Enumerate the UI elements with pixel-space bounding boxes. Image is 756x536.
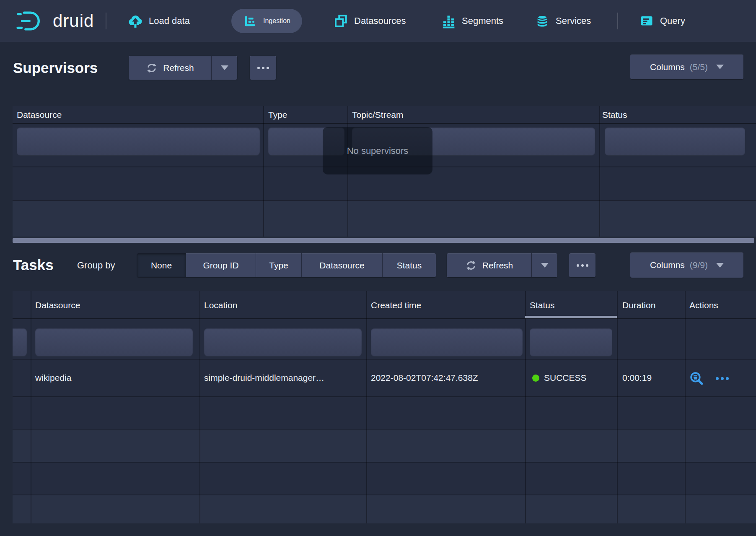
refresh-dropdown-button[interactable] bbox=[531, 253, 557, 277]
inspect-task-icon[interactable] bbox=[689, 371, 704, 386]
row-border bbox=[13, 462, 756, 463]
filter-input-status[interactable] bbox=[530, 328, 612, 356]
chevron-down-icon bbox=[716, 263, 724, 268]
group-by-segmented-control: None Group ID Type Datasource Status bbox=[137, 253, 436, 277]
chevron-down-icon bbox=[716, 65, 724, 69]
zebra-stripe bbox=[13, 494, 756, 523]
column-separator bbox=[599, 106, 600, 237]
col-header-duration[interactable]: Duration bbox=[622, 300, 655, 310]
nav-divider bbox=[617, 13, 618, 29]
database-icon bbox=[535, 13, 550, 29]
segments-chart-icon bbox=[441, 13, 456, 29]
col-header-datasource[interactable]: Datasource bbox=[35, 300, 80, 310]
nav-item-label: Datasources bbox=[354, 16, 406, 26]
col-header-datasource[interactable]: Datasource bbox=[17, 110, 62, 120]
columns-label: Columns bbox=[650, 62, 685, 72]
column-separator bbox=[263, 106, 264, 237]
header-border bbox=[13, 123, 756, 124]
nav-item-load-data[interactable]: Load data bbox=[128, 0, 190, 42]
supervisors-more-button[interactable] bbox=[250, 56, 276, 80]
filter-input-datasource[interactable] bbox=[17, 127, 260, 155]
tasks-title: Tasks bbox=[13, 255, 54, 275]
filter-input-location[interactable] bbox=[204, 328, 362, 356]
task-actions-menu-icon[interactable] bbox=[716, 377, 729, 380]
cell-actions bbox=[689, 370, 729, 386]
column-separator bbox=[685, 291, 686, 523]
cell-location: simple-druid-middlemanager… bbox=[204, 359, 324, 396]
tasks-refresh-split: Refresh bbox=[447, 253, 557, 277]
row-border bbox=[13, 200, 756, 201]
zebra-stripe bbox=[13, 429, 756, 462]
refresh-label: Refresh bbox=[482, 260, 513, 271]
group-option-status[interactable]: Status bbox=[382, 253, 436, 277]
empty-state-overlay: No supervisors bbox=[323, 127, 432, 174]
nav-item-label: Query bbox=[660, 16, 685, 26]
druid-logo-icon bbox=[16, 9, 48, 33]
nav-item-services[interactable]: Services bbox=[535, 0, 591, 42]
row-border bbox=[13, 494, 756, 495]
supervisors-refresh-split: Refresh bbox=[129, 56, 237, 80]
group-option-datasource[interactable]: Datasource bbox=[301, 253, 382, 277]
group-option-group-id[interactable]: Group ID bbox=[186, 253, 256, 277]
nav-item-label: Services bbox=[556, 16, 591, 26]
col-header-topic-stream[interactable]: Topic/Stream bbox=[352, 110, 404, 120]
horizontal-scrollbar[interactable] bbox=[13, 238, 754, 243]
cell-duration: 0:00:19 bbox=[622, 359, 652, 396]
filter-input-created-time[interactable] bbox=[371, 328, 523, 356]
nav-item-segments[interactable]: Segments bbox=[441, 0, 503, 42]
layers-icon bbox=[333, 13, 348, 29]
nav-item-ingestion[interactable]: Ingestion bbox=[231, 9, 302, 33]
row-border bbox=[13, 396, 756, 397]
col-header-created-time[interactable]: Created time bbox=[371, 300, 421, 310]
column-separator bbox=[31, 291, 31, 523]
group-option-none[interactable]: None bbox=[137, 253, 186, 277]
nav-item-query[interactable]: Query bbox=[639, 0, 685, 42]
nav-item-datasources[interactable]: Datasources bbox=[333, 0, 406, 42]
col-header-type[interactable]: Type bbox=[268, 110, 287, 120]
col-header-status[interactable]: Status bbox=[530, 300, 555, 310]
status-text: SUCCESS bbox=[544, 373, 587, 382]
refresh-icon bbox=[146, 62, 158, 74]
more-icon bbox=[577, 264, 588, 267]
col-header-location[interactable]: Location bbox=[204, 300, 237, 310]
tasks-more-button[interactable] bbox=[569, 253, 595, 277]
header-border bbox=[13, 318, 756, 319]
tasks-columns-button[interactable]: Columns (9/9) bbox=[630, 252, 743, 278]
columns-label: Columns bbox=[650, 260, 685, 270]
supervisors-table: Datasource Type Topic/Stream Status No s… bbox=[13, 106, 756, 237]
nav-item-label: Ingestion bbox=[263, 17, 290, 25]
query-editor-icon bbox=[639, 13, 654, 29]
top-nav: druid Load data Ingestion bbox=[0, 0, 756, 42]
tasks-table: Datasource Location Created time Status … bbox=[13, 291, 756, 523]
ingestion-bars-icon bbox=[243, 14, 257, 28]
col-header-actions[interactable]: Actions bbox=[689, 300, 718, 310]
column-separator bbox=[199, 291, 200, 523]
cell-status: SUCCESS bbox=[532, 359, 587, 396]
column-separator bbox=[366, 291, 367, 523]
filter-input-task-id[interactable] bbox=[13, 328, 27, 356]
nav-divider bbox=[106, 13, 106, 29]
druid-logo[interactable]: druid bbox=[16, 0, 94, 42]
row-border bbox=[13, 429, 756, 430]
group-by-label: Group by bbox=[77, 260, 115, 271]
supervisors-columns-button[interactable]: Columns (5/5) bbox=[630, 55, 743, 79]
column-separator bbox=[617, 291, 618, 523]
refresh-icon bbox=[465, 260, 477, 271]
column-separator bbox=[525, 291, 526, 523]
chevron-down-icon bbox=[541, 263, 549, 268]
empty-state-message: No supervisors bbox=[347, 146, 409, 156]
filter-input-status[interactable] bbox=[605, 127, 745, 155]
group-option-type[interactable]: Type bbox=[256, 253, 301, 277]
filter-input-datasource[interactable] bbox=[35, 328, 193, 356]
success-status-dot bbox=[532, 375, 539, 382]
task-row-wikipedia[interactable]: wikipedia simple-druid-middlemanager… 20… bbox=[13, 359, 756, 396]
col-header-status[interactable]: Status bbox=[602, 110, 627, 120]
refresh-label: Refresh bbox=[163, 63, 194, 73]
columns-count: (9/9) bbox=[690, 260, 708, 270]
refresh-dropdown-button[interactable] bbox=[211, 56, 237, 80]
more-icon bbox=[257, 67, 269, 69]
cell-datasource: wikipedia bbox=[35, 359, 71, 396]
refresh-button[interactable]: Refresh bbox=[129, 56, 211, 80]
chevron-down-icon bbox=[221, 65, 228, 70]
refresh-button[interactable]: Refresh bbox=[447, 253, 531, 277]
